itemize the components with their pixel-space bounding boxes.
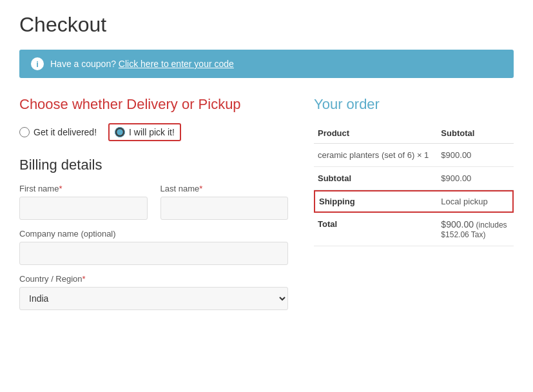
radio-pickup[interactable] (115, 127, 125, 137)
first-name-label: First name* (19, 184, 148, 193)
main-content: Choose whether Delivery or Pickup Get it… (19, 96, 514, 319)
shipping-label: Shipping (319, 197, 355, 206)
company-label: Company name (optional) (19, 229, 288, 239)
subtotal-row: Subtotal $900.00 (314, 167, 514, 190)
name-row: First name* Last name* (19, 184, 288, 220)
item-subtotal: $900.00 (437, 144, 514, 167)
left-column: Choose whether Delivery or Pickup Get it… (19, 96, 288, 319)
total-value: $900.00 (includes $152.06 Tax) (437, 213, 514, 246)
col-subtotal: Subtotal (437, 123, 514, 144)
order-table: Product Subtotal ceramic planters (set o… (314, 123, 514, 246)
option-delivered[interactable]: Get it delivered! (19, 127, 97, 137)
coupon-banner: i Have a coupon? Click here to enter you… (19, 50, 514, 78)
delivery-options: Get it delivered! I will pick it! (19, 123, 288, 141)
country-row: Country / Region* India (19, 274, 288, 310)
last-name-input[interactable] (160, 197, 289, 220)
total-row: Total $900.00 (includes $152.06 Tax) (314, 213, 514, 246)
page-title: Checkout (19, 13, 514, 37)
coupon-link[interactable]: Click here to enter your code (119, 59, 234, 69)
last-name-label: Last name* (160, 184, 289, 193)
order-section-title: Your order (314, 96, 514, 113)
table-row: ceramic planters (set of 6) × 1 $900.00 (314, 144, 514, 167)
radio-delivered[interactable] (19, 127, 30, 137)
company-group: Company name (optional) (19, 229, 288, 265)
country-group: Country / Region* India (19, 274, 288, 310)
item-name: ceramic planters (set of 6) × 1 (314, 144, 437, 167)
option-pickup-label: I will pick it! (129, 127, 175, 137)
country-select[interactable]: India (19, 287, 288, 310)
billing-section-title: Billing details (19, 157, 288, 173)
first-name-input[interactable] (19, 197, 148, 220)
option-delivered-label: Get it delivered! (34, 127, 97, 137)
delivery-section-title: Choose whether Delivery or Pickup (19, 96, 288, 113)
subtotal-label: Subtotal (314, 167, 437, 190)
col-product: Product (314, 123, 437, 144)
company-row: Company name (optional) (19, 229, 288, 265)
company-input[interactable] (19, 242, 288, 265)
info-icon: i (31, 57, 44, 70)
last-name-group: Last name* (160, 184, 289, 220)
shipping-row: Shipping Local pickup (314, 190, 514, 213)
option-pickup[interactable]: I will pick it! (108, 123, 181, 141)
coupon-text: Have a coupon? (50, 59, 116, 69)
shipping-value: Local pickup (441, 197, 487, 206)
right-column: Your order Product Subtotal ceramic plan… (314, 96, 514, 319)
total-label: Total (314, 213, 437, 246)
first-name-group: First name* (19, 184, 148, 220)
subtotal-value: $900.00 (437, 167, 514, 190)
country-label: Country / Region* (19, 274, 288, 284)
